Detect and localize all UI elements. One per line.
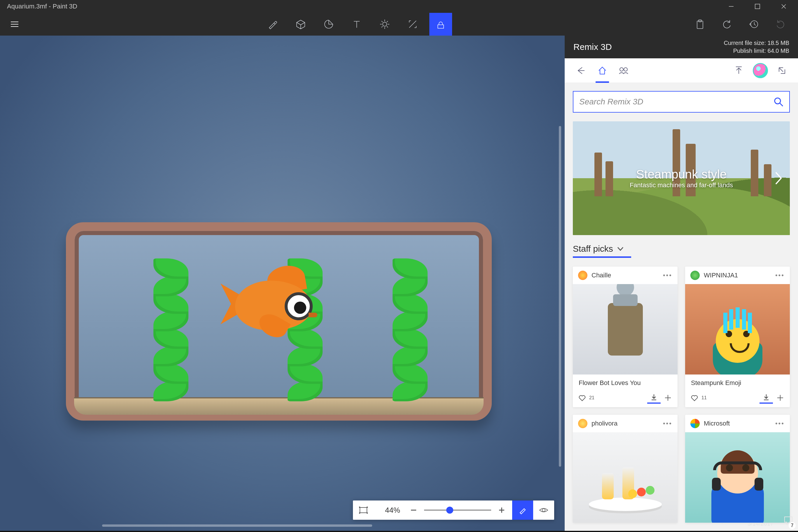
panel-title: Remix 3D — [573, 42, 724, 52]
svg-rect-14 — [359, 512, 360, 514]
user-avatar[interactable] — [749, 58, 771, 83]
search-box[interactable] — [573, 91, 790, 113]
card-thumbnail — [685, 432, 790, 522]
minimize-button[interactable] — [718, 0, 744, 13]
community-tab[interactable] — [613, 58, 635, 83]
remix3d-tool[interactable] — [429, 13, 452, 36]
svg-point-45 — [722, 522, 723, 524]
download-button[interactable] — [760, 392, 773, 404]
zoom-in-button[interactable] — [491, 500, 512, 520]
redo-button[interactable] — [771, 13, 791, 36]
like-count: 21 — [589, 395, 594, 400]
title-bar: Aquarium.3mf - Paint 3D — [0, 0, 798, 13]
svg-point-21 — [624, 68, 627, 71]
svg-rect-1 — [755, 4, 760, 9]
scene-fish — [223, 263, 328, 339]
hero-next-icon[interactable] — [774, 171, 783, 185]
svg-rect-8 — [697, 21, 703, 28]
author-name: Chaille — [591, 271, 659, 279]
close-button[interactable] — [771, 0, 797, 13]
search-icon — [774, 97, 783, 107]
canvas[interactable]: 44% — [0, 36, 565, 531]
maximize-button[interactable] — [744, 0, 771, 13]
zoom-percent: 44% — [374, 500, 403, 520]
svg-rect-12 — [359, 507, 360, 508]
author-avatar — [690, 419, 700, 428]
hero-subtitle: Fantastic machines and far-off lands — [630, 182, 733, 189]
svg-rect-15 — [367, 512, 368, 514]
zoom-slider[interactable] — [424, 510, 491, 511]
canvas-tool[interactable] — [401, 13, 424, 36]
card-menu-icon[interactable]: ••• — [775, 420, 784, 427]
window-title: Aquarium.3mf - Paint 3D — [7, 3, 77, 10]
undo-button[interactable] — [717, 13, 737, 36]
card-title: Flower Bot Loves You — [573, 375, 678, 388]
heart-icon[interactable] — [578, 394, 586, 402]
stickers-tool[interactable] — [317, 13, 340, 36]
3d-objects-tool[interactable] — [289, 13, 312, 36]
svg-rect-11 — [360, 508, 367, 513]
author-name: Microsoft — [704, 420, 771, 427]
panel-tabs — [565, 58, 798, 83]
author-avatar — [578, 271, 587, 280]
search-input[interactable] — [579, 97, 774, 107]
download-button[interactable] — [647, 392, 661, 404]
action-center-button[interactable]: 7 — [779, 509, 798, 532]
card-menu-icon[interactable]: ••• — [663, 271, 672, 279]
svg-point-22 — [775, 98, 780, 104]
card-thumbnail — [573, 284, 678, 375]
author-name: WIPNINJA1 — [704, 271, 771, 279]
fit-screen-button[interactable] — [353, 500, 374, 520]
author-avatar — [578, 419, 587, 428]
view-mode-button[interactable] — [533, 500, 554, 520]
add-button[interactable] — [776, 394, 784, 402]
like-count: 11 — [701, 395, 707, 400]
card-menu-icon[interactable]: ••• — [775, 271, 784, 279]
text-tool[interactable] — [345, 13, 368, 36]
svg-point-20 — [620, 68, 623, 71]
heart-icon[interactable] — [690, 394, 699, 402]
remix3d-panel: Remix 3D Current file size: 18.5 MB Publ… — [565, 36, 798, 531]
effects-tool[interactable] — [373, 13, 396, 36]
model-card[interactable]: Microsoft ••• — [685, 415, 790, 522]
model-card[interactable]: pholivora ••• — [573, 415, 678, 522]
open-external-button[interactable] — [771, 58, 793, 83]
history-button[interactable] — [744, 13, 764, 36]
add-button[interactable] — [664, 394, 672, 402]
section-header[interactable]: Staff picks — [573, 244, 790, 258]
featured-banner[interactable]: Steampunk style Fantastic machines and f… — [573, 121, 790, 235]
svg-line-23 — [780, 103, 783, 106]
zoom-out-button[interactable] — [403, 500, 424, 520]
author-avatar — [690, 271, 700, 280]
card-menu-icon[interactable]: ••• — [663, 420, 672, 427]
paste-button[interactable] — [690, 13, 710, 36]
edit-mode-button[interactable] — [512, 500, 533, 520]
svg-point-19 — [542, 509, 545, 512]
main-toolbar — [0, 13, 798, 36]
back-button[interactable] — [570, 58, 591, 83]
notification-badge: 7 — [788, 522, 796, 529]
model-card[interactable]: Chaille ••• Flower Bot Loves You 21 — [573, 267, 678, 407]
card-title: Steampunk Emoji — [685, 375, 790, 388]
svg-point-7 — [383, 22, 387, 26]
canvas-vertical-scrollbar[interactable] — [559, 126, 561, 467]
author-name: pholivora — [591, 420, 659, 427]
zoom-bar: 44% — [353, 500, 554, 520]
brush-tool[interactable] — [261, 13, 284, 36]
file-info: Current file size: 18.5 MB Publish limit… — [724, 39, 789, 55]
card-thumbnail — [573, 432, 678, 522]
chevron-down-icon — [616, 245, 624, 252]
upload-button[interactable] — [728, 58, 749, 83]
home-tab[interactable] — [591, 58, 613, 83]
card-thumbnail — [685, 284, 790, 375]
scene-aquarium — [66, 222, 492, 421]
canvas-horizontal-scrollbar[interactable] — [102, 525, 372, 527]
hero-title: Steampunk style — [636, 167, 727, 182]
svg-rect-13 — [367, 507, 368, 508]
model-card[interactable]: WIPNINJA1 ••• Steampunk Emoji 11 — [685, 267, 790, 407]
menu-button[interactable] — [6, 16, 23, 33]
